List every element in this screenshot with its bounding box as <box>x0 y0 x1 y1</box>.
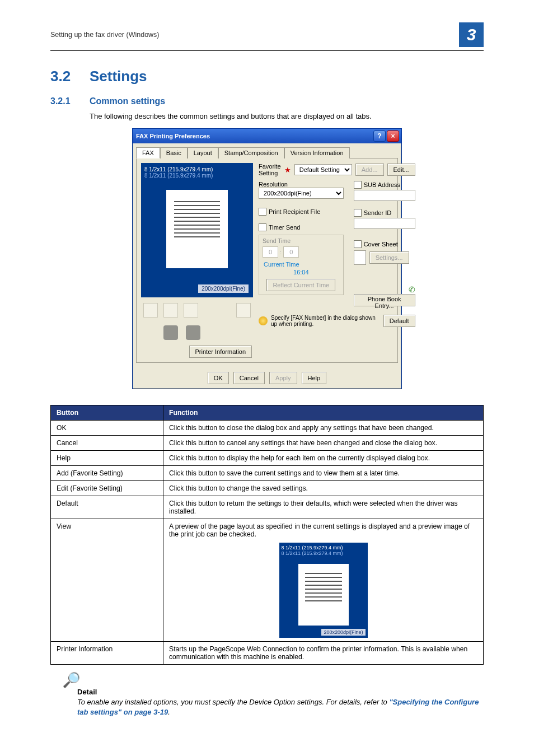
table-cell: Edit (Favorite Setting) <box>51 481 163 496</box>
table-cell: Default <box>51 496 163 519</box>
send-time-hour[interactable]: 0 <box>263 246 278 258</box>
printer-information-button[interactable]: Printer Information <box>189 346 252 358</box>
table-cell: View <box>51 519 163 642</box>
favorite-star-icon: ★ <box>284 166 291 174</box>
sender-id-input[interactable] <box>354 218 415 229</box>
table-cell: Help <box>51 451 163 466</box>
heading-3-2-number: 3.2 <box>50 68 90 85</box>
heading-3-2-1: 3.2.1Common settings <box>50 96 484 106</box>
table-cell: Click this button to close the dialog bo… <box>163 421 484 436</box>
send-time-min[interactable]: 0 <box>283 246 299 258</box>
view-preview-thumbnail: 8 1/2x11 (215.9x279.4 mm) 8 1/2x11 (215.… <box>279 543 368 638</box>
heading-3-2-text: Settings <box>90 68 147 85</box>
current-time-value: 16:04 <box>263 269 340 276</box>
running-header: Setting up the fax driver (Windows) <box>50 31 160 39</box>
table-header-button: Button <box>51 405 163 421</box>
table-row: Printer Information Starts up the PageSc… <box>51 642 484 665</box>
timer-send-label: Timer Send <box>269 224 300 231</box>
help-button[interactable]: Help <box>302 372 327 384</box>
resolution-select[interactable]: 200x200dpi(Fine) <box>259 188 344 199</box>
table-cell: Click this button to cancel any settings… <box>163 436 484 451</box>
tab-layout[interactable]: Layout <box>188 147 218 158</box>
cancel-button[interactable]: Cancel <box>233 372 265 384</box>
tab-stamp-composition[interactable]: Stamp/Composition <box>218 147 284 158</box>
preview-size-line-2: 8 1/2x11 (215.9x279.4 mm) <box>144 172 250 179</box>
phone-book-icon: ✆ <box>409 285 415 294</box>
table-row: Help Click this button to display the he… <box>51 451 484 466</box>
print-recipient-checkbox[interactable] <box>259 208 266 216</box>
print-recipient-label: Print Recipient File <box>269 208 320 215</box>
sub-address-checkbox[interactable] <box>354 181 362 189</box>
button-function-table: Button Function OK Click this button to … <box>50 405 484 665</box>
table-cell: OK <box>51 421 163 436</box>
favorite-add-button[interactable]: Add... <box>355 164 384 176</box>
dialog-close-button[interactable]: × <box>387 130 399 142</box>
table-cell: Click this button to change the saved se… <box>163 481 484 496</box>
secondary-icons <box>163 325 253 340</box>
reflect-current-time-button[interactable]: Reflect Current Time <box>266 279 335 291</box>
apply-button[interactable]: Apply <box>269 372 297 384</box>
preview-page-icon <box>166 190 228 268</box>
dialog-titlebar: FAX Printing Preferences ? × <box>133 129 401 143</box>
dialog-title: FAX Printing Preferences <box>136 133 210 139</box>
sub-address-input[interactable] <box>354 190 415 201</box>
current-time-label: Current Time <box>264 261 340 268</box>
header-rule <box>50 50 484 51</box>
printing-preferences-dialog: FAX Printing Preferences ? × FAX Basic L… <box>132 128 402 389</box>
sender-id-checkbox[interactable] <box>354 209 362 217</box>
cover-sheet-icon <box>354 250 366 265</box>
view-mode-printer-icon[interactable] <box>163 303 178 318</box>
hint-bulb-icon <box>259 316 268 325</box>
preview-panel: 8 1/2x11 (215.9x279.4 mm) 8 1/2x11 (215.… <box>141 163 253 297</box>
favorite-setting-select[interactable]: Default Setting <box>294 164 352 175</box>
detail-text-post: . <box>168 708 170 716</box>
cover-sheet-checkbox[interactable] <box>354 240 362 248</box>
default-button[interactable]: Default <box>383 315 415 327</box>
table-cell: Click this button to return the settings… <box>163 496 484 519</box>
hint-message: Specify [FAX Number] in the dialog shown… <box>271 315 380 327</box>
cover-sheet-label: Cover Sheet <box>364 241 398 248</box>
view-preview-line2: 8 1/2x11 (215.9x279.4 mm) <box>282 550 366 556</box>
view-mode-extra-icon[interactable] <box>236 303 251 318</box>
table-cell: Click this button to save the current se… <box>163 466 484 481</box>
cover-sheet-settings-button[interactable]: Settings... <box>369 251 409 264</box>
heading-3-2-1-number: 3.2.1 <box>50 96 90 106</box>
favorite-setting-label: Favorite Setting <box>259 163 281 176</box>
chapter-number-badge: 3 <box>459 22 484 47</box>
phone-book-entry-button[interactable]: Phone Book Entry... <box>354 294 415 306</box>
favorite-edit-button[interactable]: Edit... <box>387 164 415 176</box>
tab-basic[interactable]: Basic <box>160 147 188 158</box>
resolution-label: Resolution <box>259 181 344 188</box>
dialog-tabs: FAX Basic Layout Stamp/Composition Versi… <box>133 143 401 158</box>
view-mode-detail-icon[interactable] <box>184 303 198 318</box>
tab-version-information[interactable]: Version Information <box>284 147 350 158</box>
dialog-help-button[interactable]: ? <box>373 130 386 142</box>
send-time-label: Send Time <box>263 237 340 244</box>
table-row: Default Click this button to return the … <box>51 496 484 519</box>
table-cell: Cancel <box>51 436 163 451</box>
preview-mode-label: 200x200dpi(Fine) <box>198 284 249 293</box>
view-description: A preview of the page layout as specifie… <box>169 522 470 538</box>
table-row: Edit (Favorite Setting) Click this butto… <box>51 481 484 496</box>
table-cell: Printer Information <box>51 642 163 665</box>
view-preview-line1: 8 1/2x11 (215.9x279.4 mm) <box>282 545 366 550</box>
detail-magnifier-icon: 🔍 <box>63 671 81 689</box>
secondary-icon-1[interactable] <box>163 325 178 340</box>
view-preview-mode-label: 200x200dpi(Fine) <box>321 629 365 636</box>
dialog-button-row: OK Cancel Apply Help <box>133 366 401 389</box>
detail-text-pre: To enable any installed options, you mus… <box>77 698 389 706</box>
table-cell: Starts up the PageScope Web Connection t… <box>163 642 484 665</box>
timer-send-checkbox[interactable] <box>259 223 266 231</box>
secondary-icon-2[interactable] <box>186 325 200 340</box>
heading-3-2: 3.2Settings <box>50 68 484 85</box>
table-cell: A preview of the page layout as specifie… <box>163 519 484 642</box>
right-column: Favorite Setting ★ Default Setting Add..… <box>259 163 415 358</box>
table-row: Add (Favorite Setting) Click this button… <box>51 466 484 481</box>
view-mode-icons <box>141 301 253 320</box>
sub-address-label: SUB Address <box>364 181 400 188</box>
tab-fax[interactable]: FAX <box>136 147 160 158</box>
ok-button[interactable]: OK <box>208 372 229 384</box>
view-mode-page-icon[interactable] <box>143 303 158 318</box>
table-row: OK Click this button to close the dialog… <box>51 421 484 436</box>
timer-send-group: Send Time 0 : 0 Current Time 16:04 Refle… <box>259 235 344 295</box>
